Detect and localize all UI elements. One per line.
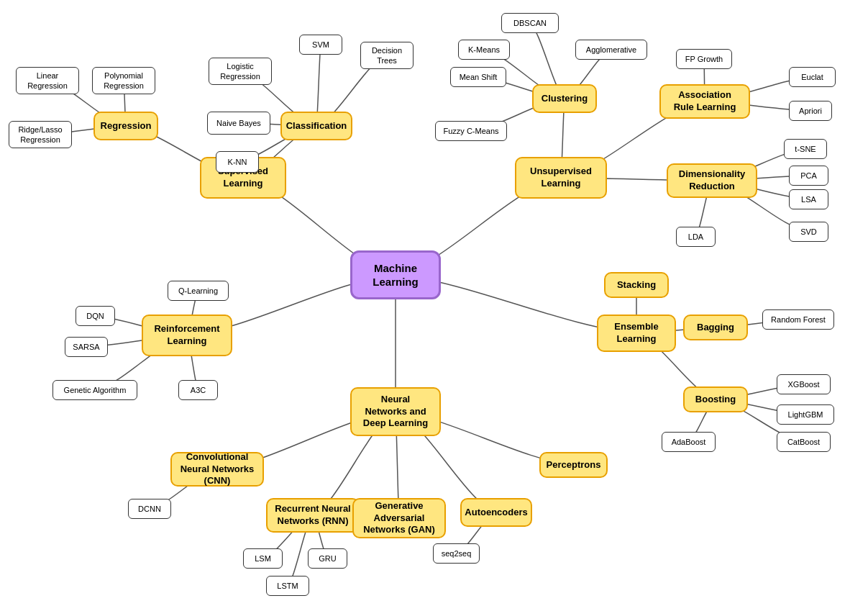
node-label-classification: Classification xyxy=(280,112,352,140)
node-label-apriori: Apriori xyxy=(789,101,832,121)
node-neural_networks: Neural Networks and Deep Learning xyxy=(350,387,441,436)
node-gan: Generative Adversarial Networks (GAN) xyxy=(352,498,446,538)
node-label-machine_learning: Machine Learning xyxy=(350,250,441,299)
node-label-lightgbm: LightGBM xyxy=(777,404,834,425)
node-label-reinforcement: Reinforcement Learning xyxy=(142,315,232,356)
node-label-fuzzy: Fuzzy C-Means xyxy=(435,121,507,141)
node-apriori: Apriori xyxy=(789,101,832,121)
node-sarsa: SARSA xyxy=(65,337,108,357)
node-dqn: DQN xyxy=(76,306,115,326)
node-label-adaboost: AdaBoost xyxy=(662,432,716,452)
node-label-boosting: Boosting xyxy=(683,386,748,412)
node-label-ridge_lasso: Ridge/Lasso Regression xyxy=(9,121,72,148)
node-label-lda: LDA xyxy=(676,227,716,247)
node-label-rnn: Recurrent Neural Networks (RNN) xyxy=(266,498,360,533)
node-kmeans: K-Means xyxy=(458,40,510,60)
node-genetic: Genetic Algorithm xyxy=(52,380,137,400)
node-label-seq2seq: seq2seq xyxy=(433,543,480,564)
node-label-decision_trees: Decision Trees xyxy=(360,42,414,69)
node-label-perceptrons: Perceptrons xyxy=(539,452,608,478)
node-label-svm: SVM xyxy=(299,35,342,55)
node-stacking: Stacking xyxy=(604,272,669,298)
node-label-gan: Generative Adversarial Networks (GAN) xyxy=(352,498,446,538)
node-seq2seq: seq2seq xyxy=(433,543,480,564)
node-xgboost: XGBoost xyxy=(777,374,831,394)
node-label-kmeans: K-Means xyxy=(458,40,510,60)
node-unsupervised: Unsupervised Learning xyxy=(515,157,607,199)
node-dbscan: DBSCAN xyxy=(501,13,559,33)
node-fp_growth: FP Growth xyxy=(676,49,732,69)
node-label-euclat: Euclat xyxy=(789,67,836,87)
node-linear_reg: Linear Regression xyxy=(16,67,79,94)
node-gru: GRU xyxy=(308,548,347,569)
node-label-svd: SVD xyxy=(789,222,828,242)
node-svd: SVD xyxy=(789,222,828,242)
node-label-naive_bayes: Naive Bayes xyxy=(207,112,270,135)
node-label-bagging: Bagging xyxy=(683,315,748,340)
node-label-agglom: Agglomerative xyxy=(575,40,647,60)
node-dim_reduction: Dimensionality Reduction xyxy=(667,163,757,198)
node-label-fp_growth: FP Growth xyxy=(676,49,732,69)
node-fuzzy: Fuzzy C-Means xyxy=(435,121,507,141)
node-label-dcnn: DCNN xyxy=(128,499,171,519)
node-label-assoc_rule: Association Rule Learning xyxy=(659,84,750,119)
node-classification: Classification xyxy=(280,112,352,140)
node-perceptrons: Perceptrons xyxy=(539,452,608,478)
node-logistic: Logistic Regression xyxy=(209,58,272,85)
node-label-dim_reduction: Dimensionality Reduction xyxy=(667,163,757,198)
node-label-dqn: DQN xyxy=(76,306,115,326)
node-reinforcement: Reinforcement Learning xyxy=(142,315,232,356)
node-label-gru: GRU xyxy=(308,548,347,569)
node-mean_shift: Mean Shift xyxy=(450,67,506,87)
node-label-pca: PCA xyxy=(789,166,828,186)
node-lda: LDA xyxy=(676,227,716,247)
node-cnn: Convolutional Neural Networks (CNN) xyxy=(170,452,264,487)
node-label-autoencoders: Autoencoders xyxy=(460,498,532,527)
node-knn: K-NN xyxy=(216,151,259,173)
node-label-xgboost: XGBoost xyxy=(777,374,831,394)
node-ensemble: Ensemble Learning xyxy=(597,315,676,352)
node-label-stacking: Stacking xyxy=(604,272,669,298)
node-label-genetic: Genetic Algorithm xyxy=(52,380,137,400)
mindmap-diagram: Machine LearningSupervised LearningUnsup… xyxy=(0,0,868,606)
node-adaboost: AdaBoost xyxy=(662,432,716,452)
node-agglom: Agglomerative xyxy=(575,40,647,60)
node-naive_bayes: Naive Bayes xyxy=(207,112,270,135)
node-boosting: Boosting xyxy=(683,386,748,412)
node-dcnn: DCNN xyxy=(128,499,171,519)
node-label-neural_networks: Neural Networks and Deep Learning xyxy=(350,387,441,436)
node-label-lsa: LSA xyxy=(789,189,828,209)
node-autoencoders: Autoencoders xyxy=(460,498,532,527)
node-label-a3c: A3C xyxy=(178,380,218,400)
node-tsne: t-SNE xyxy=(784,139,827,159)
node-lsm: LSM xyxy=(243,548,283,569)
node-assoc_rule: Association Rule Learning xyxy=(659,84,750,119)
node-machine_learning: Machine Learning xyxy=(350,250,441,299)
node-label-random_forest: Random Forest xyxy=(762,309,834,330)
node-bagging: Bagging xyxy=(683,315,748,340)
node-lstm: LSTM xyxy=(266,576,309,596)
node-label-tsne: t-SNE xyxy=(784,139,827,159)
node-catboost: CatBoost xyxy=(777,432,831,452)
node-a3c: A3C xyxy=(178,380,218,400)
node-poly_reg: Polynomial Regression xyxy=(92,67,155,94)
node-clustering: Clustering xyxy=(532,84,597,113)
node-ridge_lasso: Ridge/Lasso Regression xyxy=(9,121,72,148)
node-label-unsupervised: Unsupervised Learning xyxy=(515,157,607,199)
node-label-dbscan: DBSCAN xyxy=(501,13,559,33)
node-euclat: Euclat xyxy=(789,67,836,87)
node-pca: PCA xyxy=(789,166,828,186)
node-label-sarsa: SARSA xyxy=(65,337,108,357)
node-regression: Regression xyxy=(93,112,158,140)
node-random_forest: Random Forest xyxy=(762,309,834,330)
node-label-clustering: Clustering xyxy=(532,84,597,113)
node-label-q_learning: Q-Learning xyxy=(168,281,229,301)
node-rnn: Recurrent Neural Networks (RNN) xyxy=(266,498,360,533)
node-label-mean_shift: Mean Shift xyxy=(450,67,506,87)
node-label-knn: K-NN xyxy=(216,151,259,173)
node-label-lstm: LSTM xyxy=(266,576,309,596)
node-label-poly_reg: Polynomial Regression xyxy=(92,67,155,94)
node-q_learning: Q-Learning xyxy=(168,281,229,301)
node-label-cnn: Convolutional Neural Networks (CNN) xyxy=(170,452,264,487)
node-label-ensemble: Ensemble Learning xyxy=(597,315,676,352)
